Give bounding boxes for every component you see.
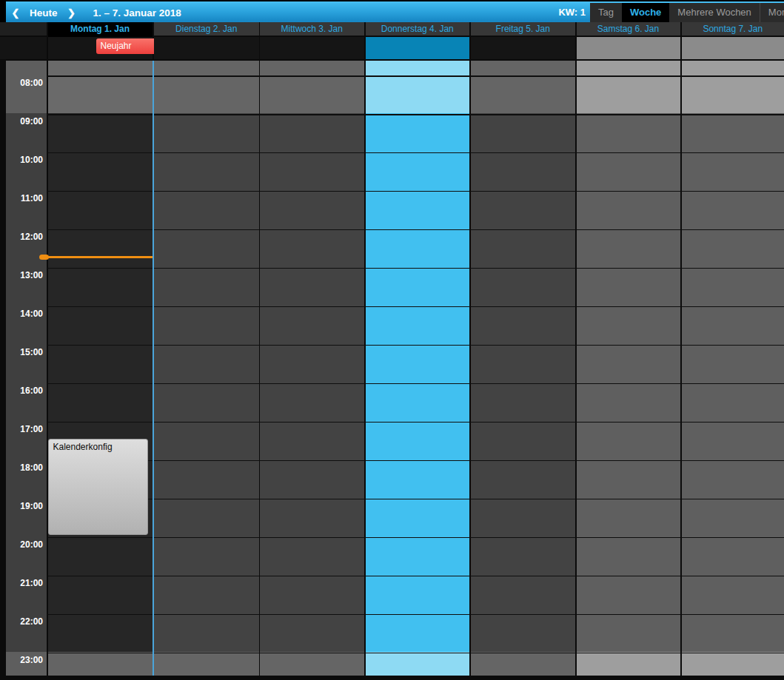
view-tabs: Tag Woche Mehrere Wochen Monat: [590, 3, 784, 22]
day-header-dienstag[interactable]: Dienstag 2. Jan: [154, 22, 259, 36]
tab-mehrere-wochen[interactable]: Mehrere Wochen: [669, 3, 759, 22]
toolbar-navigation: ❮ Heute ❯ 1. – 7. Januar 2018 KW: 1: [6, 3, 590, 22]
allday-cell-montag[interactable]: Neujahr: [48, 37, 153, 59]
current-time-dot: [39, 255, 49, 260]
time-label: 12:00: [6, 232, 43, 242]
tab-tag[interactable]: Tag: [590, 3, 622, 22]
tab-monat[interactable]: Monat: [760, 3, 784, 22]
time-label: 14:00: [6, 309, 43, 319]
time-label: 08:00: [6, 78, 43, 88]
day-column-samstag[interactable]: [577, 61, 680, 676]
next-week-button[interactable]: ❯: [62, 7, 81, 18]
day-header-mittwoch[interactable]: Mittwoch 3. Jan: [260, 22, 364, 36]
toolbar: ❮ Heute ❯ 1. – 7. Januar 2018 KW: 1 Tag …: [0, 0, 784, 22]
today-column-edge-line: [153, 61, 155, 676]
prev-week-button[interactable]: ❮: [6, 7, 25, 18]
allday-row: Neujahr: [0, 37, 784, 59]
time-label: 13:00: [6, 270, 43, 280]
event-kalenderkonfig[interactable]: Kalenderkonfig: [48, 439, 149, 535]
day-column-mittwoch[interactable]: [260, 61, 364, 676]
allday-cell-dienstag[interactable]: [154, 37, 259, 59]
day-header-row: Montag 1. Jan Dienstag 2. Jan Mittwoch 3…: [0, 22, 784, 37]
time-label: 11:00: [6, 193, 43, 203]
header-corner: [0, 22, 47, 36]
time-label: 18:00: [6, 462, 43, 473]
chevron-right-icon: ❯: [67, 7, 76, 18]
time-label: 20:00: [6, 539, 43, 550]
today-button[interactable]: Heute: [30, 7, 58, 18]
day-column-dienstag[interactable]: [154, 61, 259, 676]
date-range-label: 1. – 7. Januar 2018: [93, 7, 181, 18]
current-time-line: [41, 256, 153, 258]
time-label: 17:00: [6, 424, 43, 434]
day-header-sonntag[interactable]: Sonntag 7. Jan: [682, 22, 784, 36]
day-header-freitag[interactable]: Freitag 5. Jan: [471, 22, 575, 36]
week-grid: 08:00 09:00 10:00 11:00 12:00 13:00 14:0…: [0, 61, 784, 676]
day-header-samstag[interactable]: Samstag 6. Jan: [577, 22, 680, 36]
time-label: 16:00: [6, 386, 43, 396]
allday-cell-mittwoch[interactable]: [260, 37, 364, 59]
allday-cell-freitag[interactable]: [471, 37, 575, 59]
time-label: 15:00: [6, 347, 43, 357]
day-column-freitag[interactable]: [471, 61, 575, 676]
day-header-donnerstag[interactable]: Donnerstag 4. Jan: [366, 22, 470, 36]
day-column-sonntag[interactable]: [682, 61, 784, 676]
allday-gutter: [0, 37, 47, 59]
time-label: 22:00: [6, 616, 43, 627]
day-header-montag[interactable]: Montag 1. Jan: [48, 22, 153, 37]
time-label: 10:00: [6, 155, 43, 165]
day-column-donnerstag-selected[interactable]: [366, 61, 470, 676]
allday-cell-samstag[interactable]: [577, 37, 680, 59]
week-number-label: KW: 1: [558, 3, 586, 22]
chevron-left-icon: ❮: [12, 7, 20, 18]
time-label: 09:00: [6, 116, 43, 127]
allday-cell-donnerstag[interactable]: [366, 37, 470, 59]
tab-woche[interactable]: Woche: [622, 3, 669, 22]
time-label: 19:00: [6, 501, 43, 511]
time-label: 23:00: [6, 655, 43, 665]
day-column-montag[interactable]: [48, 61, 153, 676]
time-label: 21:00: [6, 578, 43, 588]
allday-cell-sonntag[interactable]: [682, 37, 784, 59]
